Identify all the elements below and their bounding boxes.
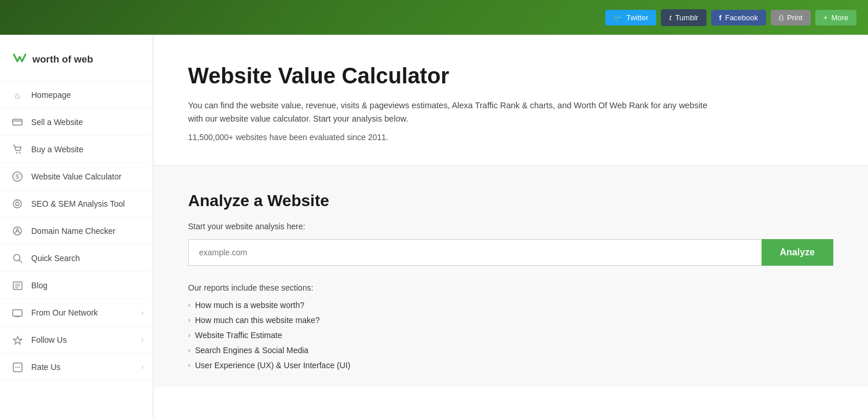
report-list: › How much is a website worth? › How muc…: [188, 300, 833, 370]
sidebar-label-sell: Sell a Website: [31, 118, 83, 127]
hero-count: 11,500,000+ websites have been evaluated…: [188, 133, 833, 142]
print-label: Print: [787, 13, 803, 22]
sidebar-item-blog[interactable]: Blog: [0, 272, 153, 299]
tumblr-label: Tumblr: [675, 13, 698, 22]
chevron-icon: ›: [188, 316, 190, 324]
sidebar-item-follow-us[interactable]: Follow Us ›: [0, 327, 153, 354]
report-item-4: Search Engines & Social Media: [195, 346, 308, 355]
svg-point-21: [15, 366, 16, 368]
sidebar-item-buy-website[interactable]: Buy a Website: [0, 136, 153, 163]
more-icon: +: [823, 13, 828, 22]
analyze-section: Analyze a Website Start your website ana…: [153, 166, 868, 387]
list-item: › Website Traffic Estimate: [188, 331, 833, 340]
main-content: Website Value Calculator You can find th…: [153, 35, 868, 418]
svg-point-6: [13, 200, 21, 208]
chevron-icon: ›: [188, 346, 190, 354]
print-button[interactable]: ⎙ Print: [771, 10, 811, 25]
sidebar-item-quick-search[interactable]: Quick Search: [0, 245, 153, 272]
hero-description: You can find the website value, revenue,…: [188, 99, 709, 126]
analyze-button[interactable]: Analyze: [762, 239, 833, 266]
tumblr-icon: t: [669, 13, 671, 23]
sidebar-label-value: Website Value Calculator: [31, 172, 122, 181]
svg-point-2: [16, 152, 17, 153]
rate-arrow-icon: ›: [141, 363, 144, 371]
hero-section: Website Value Calculator You can find th…: [153, 35, 868, 166]
sidebar-item-seo[interactable]: SEO & SEM Analysis Tool: [0, 190, 153, 218]
logo-text: worth of web: [32, 54, 93, 65]
twitter-label: Twitter: [626, 13, 648, 22]
twitter-share-button[interactable]: 🐦 Twitter: [605, 10, 656, 25]
sidebar-label-buy: Buy a Website: [31, 145, 83, 154]
value-icon: $: [12, 171, 23, 182]
sidebar: worth of web ⌂ Homepage Sell a Website B…: [0, 35, 153, 418]
sidebar-label-seo: SEO & SEM Analysis Tool: [31, 199, 125, 208]
chevron-icon: ›: [188, 331, 190, 339]
report-item-2: How much can this website make?: [195, 316, 320, 325]
svg-rect-17: [13, 310, 22, 316]
svg-text:$: $: [16, 173, 19, 180]
sidebar-label-rate: Rate Us: [31, 362, 61, 372]
list-item: › How much is a website worth?: [188, 300, 833, 310]
reports-intro: Our reports include these sections:: [188, 283, 833, 292]
svg-point-7: [16, 202, 19, 206]
facebook-share-button[interactable]: f Facebook: [711, 10, 766, 25]
chevron-icon: ›: [188, 361, 190, 369]
seo-icon: [12, 198, 23, 210]
analyze-title: Analyze a Website: [188, 192, 833, 210]
sidebar-label-domain: Domain Name Checker: [31, 226, 116, 236]
sidebar-item-domain[interactable]: Domain Name Checker: [0, 218, 153, 245]
analyze-sublabel: Start your website analysis here:: [188, 222, 833, 231]
hero-title: Website Value Calculator: [188, 64, 833, 89]
svg-point-23: [19, 366, 20, 368]
layout: worth of web ⌂ Homepage Sell a Website B…: [0, 35, 868, 418]
logo-icon: [12, 51, 28, 68]
svg-rect-0: [13, 119, 22, 125]
more-button[interactable]: + More: [815, 10, 856, 25]
domain-icon: [12, 225, 23, 237]
sell-icon: [12, 116, 23, 128]
rate-icon: [12, 361, 23, 373]
sidebar-label-network: From Our Network: [31, 308, 98, 317]
follow-arrow-icon: ›: [141, 336, 144, 344]
sidebar-label-homepage: Homepage: [31, 90, 71, 100]
analyze-form: Analyze: [188, 239, 833, 266]
sidebar-item-homepage[interactable]: ⌂ Homepage: [0, 82, 153, 109]
sidebar-item-rate-us[interactable]: Rate Us ›: [0, 354, 153, 381]
blog-icon: [12, 280, 23, 291]
chevron-icon: ›: [188, 301, 190, 309]
sidebar-item-network[interactable]: From Our Network ›: [0, 299, 153, 327]
list-item: › Search Engines & Social Media: [188, 346, 833, 355]
svg-line-12: [19, 260, 22, 263]
buy-icon: [12, 144, 23, 155]
more-label: More: [831, 13, 848, 22]
report-item-3: Website Traffic Estimate: [195, 331, 282, 340]
sidebar-label-follow: Follow Us: [31, 335, 67, 344]
list-item: › How much can this website make?: [188, 316, 833, 325]
network-icon: [12, 307, 23, 318]
svg-point-22: [17, 366, 18, 368]
sidebar-label-blog: Blog: [31, 281, 47, 290]
report-item-5: User Experience (UX) & User Interface (U…: [195, 361, 350, 370]
facebook-label: Facebook: [725, 13, 758, 22]
follow-icon: [12, 334, 23, 346]
analyze-input[interactable]: [188, 239, 762, 266]
report-item-1: How much is a website worth?: [195, 300, 304, 310]
topbar: 🐦 Twitter t Tumblr f Facebook ⎙ Print + …: [0, 0, 868, 35]
network-arrow-icon: ›: [141, 309, 144, 317]
sidebar-item-sell-website[interactable]: Sell a Website: [0, 109, 153, 136]
search-icon: [12, 252, 23, 264]
sidebar-label-quick-search: Quick Search: [31, 254, 80, 263]
logo-area: worth of web: [0, 41, 153, 82]
sidebar-item-website-value[interactable]: $ Website Value Calculator: [0, 163, 153, 190]
tumblr-share-button[interactable]: t Tumblr: [661, 9, 706, 26]
twitter-icon: 🐦: [613, 13, 623, 22]
home-icon: ⌂: [12, 89, 23, 101]
facebook-icon: f: [719, 13, 722, 22]
list-item: › User Experience (UX) & User Interface …: [188, 361, 833, 370]
print-icon: ⎙: [779, 13, 784, 22]
svg-point-3: [19, 152, 20, 153]
